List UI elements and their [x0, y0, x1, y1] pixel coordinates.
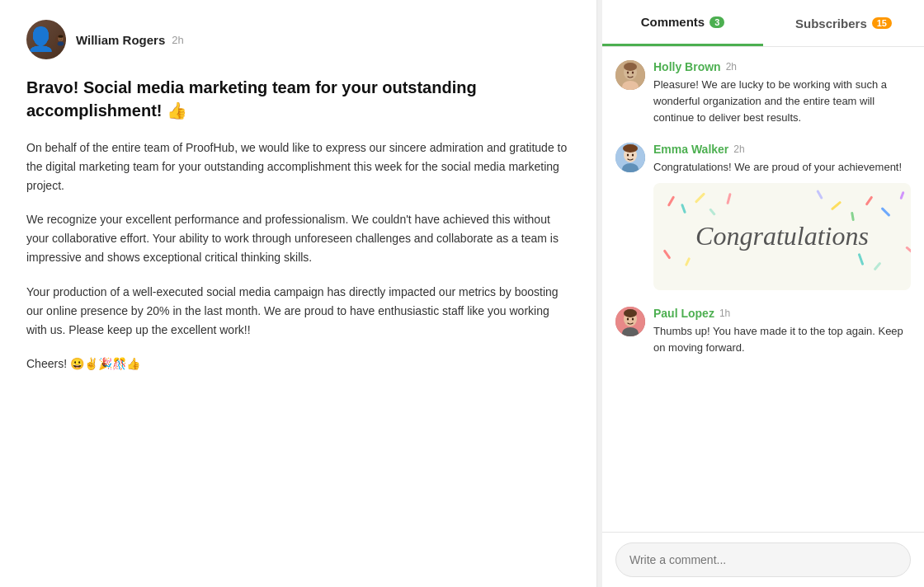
holly-text: Pleasure! We are lucky to be working wit… — [653, 77, 911, 126]
svg-point-4 — [59, 38, 60, 39]
paragraph-1: On behalf of the entire team of ProofHub… — [26, 139, 570, 195]
tabs-header: Comments 3 Subscribers 15 — [602, 0, 924, 47]
post-body: On behalf of the entire team of ProofHub… — [26, 139, 570, 373]
subscribers-badge: 15 — [872, 17, 892, 29]
paul-text: Thumbs up! You have made it to the top a… — [653, 323, 911, 356]
post-time: 2h — [172, 34, 183, 46]
comment-paul: Paul Lopez 1h Thumbs up! You have made i… — [615, 307, 911, 356]
comments-list: Holly Brown 2h Pleasure! We are lucky to… — [602, 47, 924, 532]
post-panel: William Rogers 2h Bravo! Social media ma… — [0, 0, 597, 587]
comment-holly: Holly Brown 2h Pleasure! We are lucky to… — [615, 60, 911, 126]
comment-input-area — [602, 532, 924, 587]
svg-point-11 — [632, 72, 634, 74]
paragraph-2: We recognize your excellent performance … — [26, 210, 570, 267]
svg-point-8 — [624, 63, 637, 71]
svg-point-2 — [59, 35, 64, 38]
tab-subscribers-label: Subscribers — [795, 16, 867, 31]
emma-name: Emma Walker — [653, 143, 728, 156]
post-title: Bravo! Social media marketing team for y… — [26, 76, 570, 122]
paragraph-3: Your production of a well-executed socia… — [26, 283, 570, 340]
comments-panel: Comments 3 Subscribers 15 — [602, 0, 924, 587]
emma-text: Congratulations! We are proud of your ac… — [653, 159, 911, 176]
comment-input[interactable] — [615, 542, 911, 577]
paul-comment-header: Paul Lopez 1h — [653, 307, 911, 320]
emma-comment-content: Emma Walker 2h Congratulations! We are p… — [653, 143, 911, 289]
svg-point-14 — [623, 144, 638, 153]
congratulations-image: Congratulations — [653, 183, 911, 290]
author-info: William Rogers 2h — [76, 33, 184, 47]
emma-avatar — [615, 143, 645, 172]
comment-emma: Emma Walker 2h Congratulations! We are p… — [615, 143, 911, 289]
emma-comment-header: Emma Walker 2h — [653, 143, 911, 156]
paul-avatar — [615, 307, 645, 336]
holly-comment-content: Holly Brown 2h Pleasure! We are lucky to… — [653, 60, 911, 126]
svg-point-10 — [627, 72, 629, 74]
author-name: William Rogers — [76, 33, 165, 47]
paragraph-4: Cheers! 😀✌️🎉🎊👍 — [26, 355, 570, 373]
svg-point-22 — [627, 317, 629, 320]
paul-comment-content: Paul Lopez 1h Thumbs up! You have made i… — [653, 307, 911, 356]
svg-point-20 — [624, 309, 637, 317]
tab-comments[interactable]: Comments 3 — [602, 0, 763, 46]
post-header: William Rogers 2h — [26, 20, 570, 59]
holly-comment-header: Holly Brown 2h — [653, 60, 911, 73]
svg-point-17 — [632, 154, 634, 157]
tab-comments-label: Comments — [641, 15, 705, 29]
holly-name: Holly Brown — [653, 60, 721, 73]
comments-badge: 3 — [710, 16, 724, 28]
paul-time: 1h — [719, 308, 730, 319]
svg-point-5 — [61, 38, 62, 39]
svg-point-3 — [58, 41, 64, 45]
holly-avatar — [615, 60, 645, 90]
tab-subscribers[interactable]: Subscribers 15 — [763, 0, 924, 46]
congrats-text: Congratulations — [695, 221, 869, 251]
paul-name: Paul Lopez — [653, 307, 714, 320]
holly-time: 2h — [726, 61, 737, 73]
emma-time: 2h — [733, 143, 744, 155]
svg-point-23 — [632, 317, 634, 320]
svg-point-16 — [627, 154, 629, 157]
author-avatar — [26, 20, 66, 59]
